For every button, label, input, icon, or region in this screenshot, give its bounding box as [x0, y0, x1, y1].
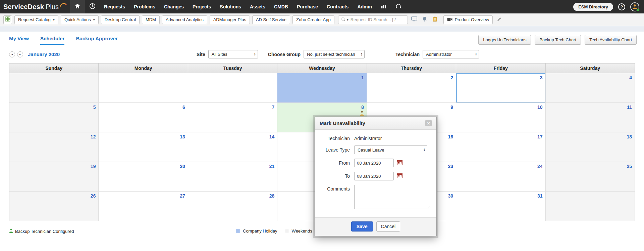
home-nav-button[interactable]	[70, 0, 85, 13]
reports-button[interactable]	[376, 0, 391, 13]
calendar-day-cell[interactable]: 4	[546, 73, 635, 103]
calendar-day-cell[interactable]: 21	[188, 162, 277, 192]
day-number: 28	[269, 193, 275, 199]
to-date-input[interactable]	[354, 172, 394, 180]
calendar-day-cell[interactable]	[546, 192, 635, 221]
calendar-day-cell[interactable]: 14	[188, 132, 277, 162]
calendar-day-cell[interactable]	[99, 73, 188, 103]
tech-availability-chart-button[interactable]: Tech Availability Chart	[585, 35, 637, 45]
day-number: 24	[537, 164, 543, 169]
nav-item-solutions[interactable]: Solutions	[215, 0, 246, 13]
prev-month-button[interactable]: ◄	[9, 51, 15, 57]
technician-select[interactable]: Administrator ▲ ▼	[423, 50, 479, 58]
remote-control-button[interactable]	[410, 15, 418, 24]
recent-items-button[interactable]	[85, 0, 100, 13]
tab-scheduler[interactable]: Scheduler	[40, 36, 65, 45]
day-number: 11	[627, 104, 632, 110]
toolbar-button-mdm[interactable]: MDM	[142, 15, 160, 24]
calendar-day-cell[interactable]: 6	[99, 103, 188, 132]
calendar-day-cell-selected[interactable]: 3	[456, 73, 545, 103]
modal-close-button[interactable]: ×	[425, 120, 432, 126]
save-button[interactable]: Save	[351, 221, 373, 232]
modal-technician-label: Technician	[320, 136, 350, 141]
nav-item-assets[interactable]: Assets	[246, 0, 270, 13]
calendar-day-cell[interactable]	[188, 73, 277, 103]
toolbar-button-advanced-analytics[interactable]: Advanced Analytics	[162, 15, 207, 24]
request-id-search-input[interactable]	[350, 17, 401, 23]
nav-item-requests[interactable]: Requests	[100, 0, 129, 13]
backup-technician-legend-icon	[9, 228, 13, 234]
site-select[interactable]: All Sites ▲ ▼	[208, 50, 258, 58]
legend-color-keys: Company Holiday Weekends	[236, 228, 312, 234]
nav-item-cmdb[interactable]: CMDB	[270, 0, 292, 13]
nav-item-contracts[interactable]: Contracts	[322, 0, 353, 13]
day-number: 16	[448, 134, 453, 139]
calendar-day-cell[interactable]: 26	[9, 192, 99, 221]
select-stepper-icon: ▲ ▼	[252, 53, 256, 56]
nav-item-purchase[interactable]: Purchase	[292, 0, 322, 13]
backup-tech-chart-button[interactable]: Backup Tech Chart	[535, 35, 581, 45]
calendar-day-cell[interactable]	[9, 73, 99, 103]
tasks-button[interactable]	[431, 15, 439, 24]
calendar-day-cell[interactable]: 10	[456, 103, 545, 132]
calendar-day-cell[interactable]: 31	[456, 192, 545, 221]
request-catalog-button[interactable]: Request Catalog ▾	[14, 15, 58, 24]
calendar-day-cell[interactable]: 5	[9, 103, 99, 132]
toolbar-button-zoho-creator-app[interactable]: Zoho Creator App	[292, 15, 334, 24]
tab-backup-approver[interactable]: Backup Approver	[76, 36, 117, 45]
header-buttons: Logged-in Technicians Backup Tech Chart …	[478, 35, 637, 45]
nav-item-changes[interactable]: Changes	[160, 0, 188, 13]
caret-down-icon: ▾	[93, 18, 95, 22]
to-date-picker-button[interactable]	[397, 173, 402, 179]
next-month-button[interactable]: ►	[17, 51, 23, 57]
calendar-day-header: Wednesday	[277, 64, 367, 73]
nav-item-projects[interactable]: Projects	[188, 0, 215, 13]
nav-item-problems[interactable]: Problems	[129, 0, 160, 13]
comments-textarea[interactable]	[354, 185, 431, 209]
calendar-day-cell[interactable]: 13	[99, 132, 188, 162]
quick-actions-button[interactable]: Quick Actions ▾	[61, 15, 99, 24]
edit-pencil-button[interactable]	[495, 15, 503, 24]
clock-icon	[89, 3, 96, 11]
leave-type-select[interactable]: Casual Leave ▲ ▼	[354, 145, 427, 154]
calendar-day-cell[interactable]: 2	[367, 73, 456, 103]
calendar-day-cell[interactable]: 18	[546, 132, 635, 162]
cancel-button[interactable]: Cancel	[376, 221, 400, 232]
apps-grid-button[interactable]	[3, 15, 12, 24]
calendar-day-cell[interactable]: 20	[99, 162, 188, 192]
calendar-day-cell[interactable]: 12	[9, 132, 99, 162]
logged-in-technicians-button[interactable]: Logged-in Technicians	[478, 35, 531, 45]
tab-my-view[interactable]: My View	[9, 36, 29, 45]
calendar-day-cell[interactable]: 27	[99, 192, 188, 221]
brand-logo[interactable]: ServiceDesk Plus	[3, 3, 67, 11]
calendar-day-cell[interactable]: 28	[188, 192, 277, 221]
day-number: 4	[629, 75, 632, 80]
choose-group-select[interactable]: No, just select technician ▲ ▼	[304, 50, 365, 58]
calendar-day-cell[interactable]: 19	[9, 162, 99, 192]
weekends-swatch	[285, 229, 289, 233]
calendar-day-cell[interactable]: 24	[456, 162, 545, 192]
calendar-day-cell[interactable]: 17	[456, 132, 545, 162]
top-navbar: ServiceDesk Plus Requests Problems Chang…	[0, 0, 644, 13]
calendar-day-cell-company-holiday[interactable]: 1	[277, 73, 367, 103]
modal-technician-value: Administrator	[354, 136, 382, 141]
nav-item-admin[interactable]: Admin	[353, 0, 376, 13]
day-number: 27	[180, 193, 185, 199]
calendar-day-cell[interactable]: 11	[546, 103, 635, 132]
help-button[interactable]: ?	[618, 3, 625, 10]
calendar-day-cell[interactable]: 25	[546, 162, 635, 192]
support-button[interactable]	[391, 0, 406, 13]
search-caret-down-icon: ▾	[347, 18, 348, 22]
user-avatar[interactable]	[630, 2, 639, 11]
toolbar-button-ad-self-service[interactable]: AD Self Service	[252, 15, 290, 24]
from-date-input[interactable]	[354, 159, 394, 167]
from-date-picker-button[interactable]	[397, 160, 402, 166]
toolbar-button-admanager-plus[interactable]: ADManager Plus	[210, 15, 250, 24]
calendar-day-cell[interactable]: 7	[188, 103, 277, 132]
day-number: 8	[361, 104, 364, 110]
day-number: 19	[91, 164, 96, 169]
toolbar-button-desktop-central[interactable]: Desktop Central	[101, 15, 140, 24]
esm-directory-button[interactable]: ESM Directory	[573, 3, 613, 11]
product-overview-button[interactable]: Product Overview	[443, 15, 493, 24]
notifications-button[interactable]	[421, 15, 429, 24]
